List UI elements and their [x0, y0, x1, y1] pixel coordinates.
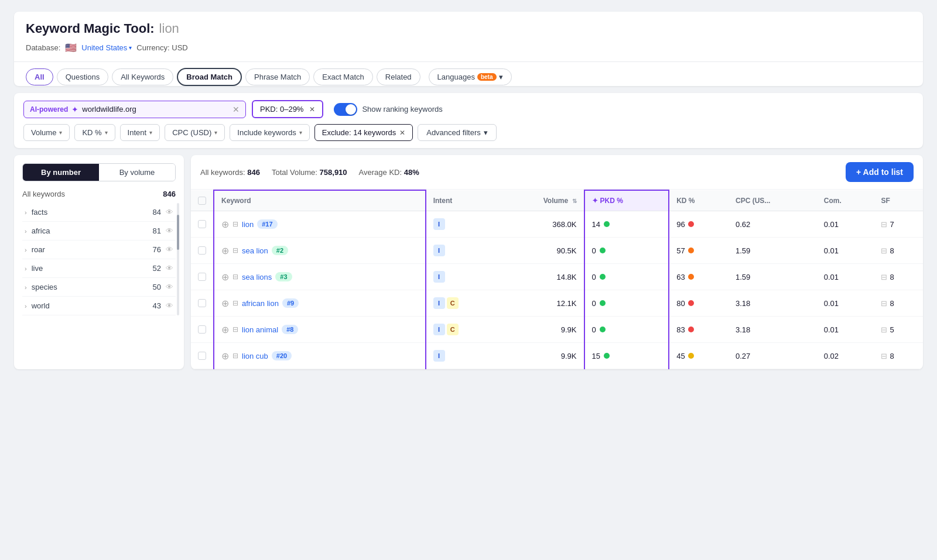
flag-icon: 🇺🇸 — [65, 42, 77, 53]
keyword-cell: ⊕ ⊟ lion #17 — [221, 219, 418, 230]
keyword-link[interactable]: african lion — [242, 299, 279, 308]
sidebar-item-world[interactable]: › world 43 👁 — [22, 297, 176, 315]
sort-by-volume-btn[interactable]: By volume — [99, 164, 175, 181]
keyword-expand-icon[interactable]: ⊕ — [221, 351, 229, 362]
table-row: ⊕ ⊟ sea lions #3 I14.8K 0 63 1.590.01 ⊟ … — [191, 264, 923, 290]
tab-questions[interactable]: Questions — [57, 68, 109, 85]
header-card: Keyword Magic Tool: lion Database: 🇺🇸 Un… — [14, 12, 923, 86]
eye-icon[interactable]: 👁 — [166, 226, 173, 235]
rank-badge: #9 — [282, 298, 299, 308]
sidebar: By number By volume All keywords 846 › f… — [14, 155, 184, 369]
scrollbar-thumb[interactable] — [177, 215, 179, 250]
tab-exact-match[interactable]: Exact Match — [313, 68, 373, 85]
pkd-filter-label: PKD: 0–29% — [260, 105, 303, 114]
eye-icon[interactable]: 👁 — [166, 264, 173, 273]
kd-dot — [688, 353, 694, 359]
tab-all[interactable]: All — [26, 68, 53, 85]
tab-related[interactable]: Related — [377, 68, 420, 85]
sidebar-item-count: 76 — [153, 245, 161, 254]
sf-icon[interactable]: ⊟ — [881, 220, 887, 229]
eye-icon[interactable]: 👁 — [166, 208, 173, 217]
eye-icon[interactable]: 👁 — [166, 283, 173, 291]
sf-icon[interactable]: ⊟ — [881, 299, 887, 308]
intent-badge: I — [433, 271, 445, 283]
keyword-expand-icon[interactable]: ⊕ — [221, 272, 229, 283]
keyword-link[interactable]: sea lions — [242, 273, 272, 281]
sidebar-item-species[interactable]: › species 50 👁 — [22, 278, 176, 297]
sf-icon[interactable]: ⊟ — [881, 352, 887, 360]
include-keywords-btn[interactable]: Include keywords ▾ — [230, 124, 309, 141]
kd-cell: 96 — [676, 220, 721, 229]
row-checkbox[interactable] — [198, 299, 206, 307]
th-sf[interactable]: SF — [874, 190, 923, 211]
volume-filter-btn[interactable]: Volume ▾ — [23, 124, 70, 141]
com-cell: 0.01 — [817, 290, 874, 317]
keyword-expand-icon[interactable]: ⊕ — [221, 298, 229, 309]
keyword-link[interactable]: sea lion — [242, 246, 268, 255]
exclude-clear-icon[interactable]: ✕ — [399, 129, 405, 137]
pkd-dot — [604, 353, 610, 359]
cpc-filter-btn[interactable]: CPC (USD) ▾ — [165, 124, 225, 141]
main-table: All keywords: 846 Total Volume: 758,910 … — [191, 155, 923, 369]
kd-dot — [688, 327, 694, 332]
row-checkbox[interactable] — [198, 246, 206, 255]
sort-by-number-btn[interactable]: By number — [23, 164, 99, 181]
pkd-cell: 0 — [592, 273, 662, 281]
sidebar-item-roar[interactable]: › roar 76 👁 — [22, 241, 176, 259]
keyword-link[interactable]: lion cub — [242, 352, 268, 360]
keyword-link[interactable]: lion animal — [242, 325, 278, 334]
include-chevron-icon: ▾ — [299, 129, 302, 136]
intent-badge: I — [433, 350, 445, 362]
pkd-value: 14 — [592, 220, 600, 229]
pkd-filter[interactable]: PKD: 0–29% ✕ — [252, 100, 323, 118]
tab-all-keywords[interactable]: All Keywords — [112, 68, 173, 85]
kd-dot — [688, 221, 694, 227]
th-kd[interactable]: KD % — [669, 190, 729, 211]
sf-icon[interactable]: ⊟ — [881, 273, 887, 281]
advanced-filters-btn[interactable]: Advanced filters ▾ — [418, 124, 497, 141]
kd-value: 96 — [676, 220, 685, 229]
sidebar-item-label: species — [32, 283, 57, 291]
ai-clear-icon[interactable]: ✕ — [232, 105, 240, 114]
th-pkd[interactable]: ✦ PKD % — [584, 190, 669, 211]
pkd-clear-icon[interactable]: ✕ — [309, 105, 315, 114]
sf-icon[interactable]: ⊟ — [881, 325, 887, 334]
row-checkbox[interactable] — [198, 325, 206, 334]
exclude-keywords-btn[interactable]: Exclude: 14 keywords ✕ — [314, 124, 413, 141]
intent-filter-btn[interactable]: Intent ▾ — [120, 124, 160, 141]
kd-dot — [688, 248, 694, 253]
tab-broad-match[interactable]: Broad Match — [177, 68, 242, 86]
row-checkbox[interactable] — [198, 352, 206, 360]
add-to-list-button[interactable]: + Add to list — [846, 162, 914, 182]
sf-icon[interactable]: ⊟ — [881, 246, 887, 255]
eye-icon[interactable]: 👁 — [166, 245, 173, 254]
keyword-link[interactable]: lion — [242, 220, 254, 229]
sidebar-item-africa[interactable]: › africa 81 👁 — [22, 222, 176, 241]
th-com[interactable]: Com. — [817, 190, 874, 211]
ai-powered-input[interactable]: AI-powered ✦ worldwildlife.org ✕ — [23, 101, 246, 118]
keyword-expand-icon[interactable]: ⊕ — [221, 324, 229, 335]
show-ranking-toggle[interactable] — [334, 103, 357, 116]
keyword-expand-icon[interactable]: ⊕ — [221, 219, 229, 230]
tab-languages[interactable]: Languages beta ▾ — [429, 68, 512, 85]
database-country-link[interactable]: United States ▾ — [81, 43, 132, 52]
sidebar-item-live[interactable]: › live 52 👁 — [22, 259, 176, 278]
keyword-page-icon: ⊟ — [232, 299, 238, 307]
row-checkbox[interactable] — [198, 273, 206, 281]
select-all-checkbox[interactable] — [198, 197, 206, 205]
th-intent[interactable]: Intent — [426, 190, 498, 211]
sidebar-item-chevron: › — [25, 284, 27, 291]
th-volume[interactable]: Volume ⇅ — [498, 190, 584, 211]
stats-keywords: All keywords: 846 — [200, 168, 260, 177]
keyword-expand-icon[interactable]: ⊕ — [221, 245, 229, 256]
intent-badge: C — [447, 297, 459, 309]
sidebar-item-facts[interactable]: › facts 84 👁 — [22, 203, 176, 222]
page-container: Keyword Magic Tool: lion Database: 🇺🇸 Un… — [0, 0, 937, 560]
kd-filter-btn[interactable]: KD % ▾ — [74, 124, 115, 141]
kd-cell: 45 — [676, 352, 721, 360]
th-cpc[interactable]: CPC (US... — [729, 190, 817, 211]
tab-phrase-match[interactable]: Phrase Match — [245, 68, 310, 85]
table-row: ⊕ ⊟ sea lion #2 I90.5K 0 57 1.590.01 ⊟ 8 — [191, 238, 923, 264]
eye-icon[interactable]: 👁 — [166, 301, 173, 310]
row-checkbox[interactable] — [198, 220, 206, 228]
